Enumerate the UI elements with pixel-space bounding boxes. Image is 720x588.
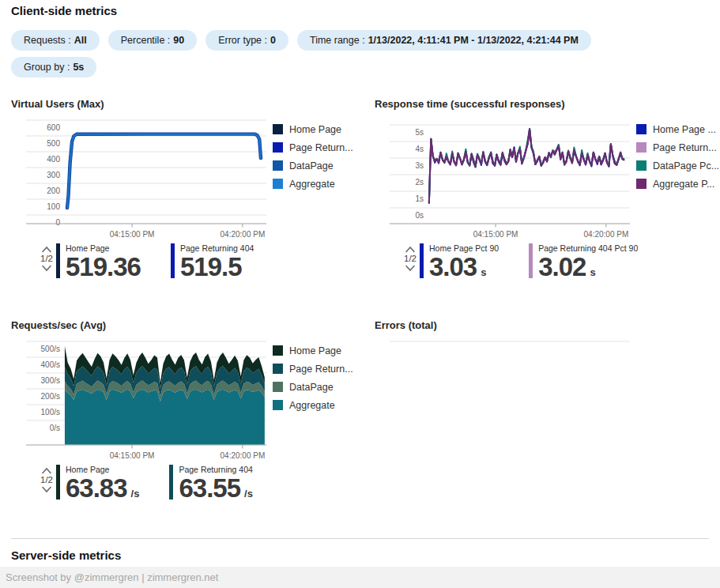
legend-item-home-page[interactable]: Home Page ... xyxy=(636,120,719,138)
legend-item-aggregate-p[interactable]: Aggregate P... xyxy=(636,175,719,193)
watermark-text: Screenshot by @zimmergren | zimmergren.n… xyxy=(6,571,218,583)
pager-down-button[interactable] xyxy=(40,264,53,273)
metric-text: Home Page519.36 xyxy=(66,243,141,280)
page-return-swatch-icon xyxy=(273,364,283,374)
legend-item-page-return[interactable]: Page Return... xyxy=(273,360,353,378)
metric-number: 3.03 xyxy=(429,252,477,281)
metric-value: 3.03s xyxy=(429,254,499,285)
panel-response-time: Response time (successful responses)5s4s… xyxy=(375,98,720,300)
up-chevron-icon xyxy=(405,246,416,253)
x-axis-label: 04:20:00 PM xyxy=(221,230,266,239)
up-chevron-icon xyxy=(41,467,52,474)
legend-label: Page Return... xyxy=(653,142,717,153)
legend-item-aggregate[interactable]: Aggregate xyxy=(273,396,353,414)
x-axis-label: 04:20:00 PM xyxy=(221,451,266,460)
metric-number: 3.02 xyxy=(538,252,586,281)
y-axis-label: 0 xyxy=(55,218,60,227)
metric-text: Home Page63.83/s xyxy=(66,465,139,507)
metric-text: Page Returning 404519.5 xyxy=(180,243,254,280)
y-axis-label: 400 xyxy=(47,155,60,164)
section-divider xyxy=(11,538,709,539)
down-chevron-icon xyxy=(405,265,416,272)
legend-item-aggregate[interactable]: Aggregate xyxy=(273,175,353,193)
filter-pills: Requests : AllPercentile : 90Error type … xyxy=(11,30,711,84)
y-axis-label: 5s xyxy=(415,128,424,137)
response-time-legend: Home Page ...Page Return...DataPage Pc..… xyxy=(636,120,719,193)
y-axis-label: 100 xyxy=(47,202,60,211)
aggregate-swatch-icon xyxy=(273,400,283,410)
series-home-page-pct-90 xyxy=(429,129,624,204)
pager-down-button[interactable] xyxy=(404,264,417,273)
datapage-swatch-icon xyxy=(273,160,283,171)
y-axis-label: 300 xyxy=(47,171,60,179)
filter-pill-label: Percentile : xyxy=(121,35,171,46)
legend-item-page-return[interactable]: Page Return... xyxy=(273,138,353,156)
filter-pill-time-range[interactable]: Time range : 1/13/2022, 4:11:41 PM - 1/1… xyxy=(297,30,591,51)
aggregate-p-swatch-icon xyxy=(636,179,646,189)
datapage-pc-swatch-icon xyxy=(636,160,646,171)
filter-pill-row: Requests : AllPercentile : 90Error type … xyxy=(11,30,711,51)
metric-color-bar xyxy=(420,243,424,278)
metrics-pager: 1/2 xyxy=(401,245,419,273)
requests-per-sec-chart: 500/s400/s300/s200/s100/s0/s04:15:00 PM0… xyxy=(26,338,266,463)
metric-number: 63.55 xyxy=(179,473,240,503)
page-return-swatch-icon xyxy=(273,142,283,153)
filter-pill-percentile[interactable]: Percentile : 90 xyxy=(108,30,197,51)
pager-up-button[interactable] xyxy=(404,245,417,254)
filter-pill-requests[interactable]: Requests : All xyxy=(11,30,100,51)
filter-pill-value: 5s xyxy=(73,62,84,73)
y-axis-label: 200 xyxy=(47,187,60,195)
legend-label: Home Page xyxy=(289,124,341,135)
filter-pill-error-type[interactable]: Error type : 0 xyxy=(205,30,288,51)
legend-item-home-page[interactable]: Home Page xyxy=(273,341,353,360)
watermark-footer: Screenshot by @zimmergren | zimmergren.n… xyxy=(0,567,720,588)
panel-virtual-users: Virtual Users (Max)600500400300200100004… xyxy=(11,98,364,300)
legend-item-page-return[interactable]: Page Return... xyxy=(636,138,719,156)
series-aggregate xyxy=(67,134,261,208)
metric-value: 63.83/s xyxy=(66,475,139,507)
series-aggregate-pct-90 xyxy=(429,129,624,202)
metric-page-returning-404-pct-90: Page Returning 404 Pct 903.02s xyxy=(529,243,638,285)
metric-value: 3.02s xyxy=(538,254,638,285)
metric-value: 519.36 xyxy=(66,254,141,280)
metric-page-returning-404: Page Returning 404519.5 xyxy=(171,243,254,280)
filter-pill-row: Group by : 5s xyxy=(11,57,711,77)
metric-value: 63.55/s xyxy=(179,475,252,507)
series-page-returning-404 xyxy=(67,134,261,208)
home-page-swatch-icon xyxy=(273,124,283,134)
legend-item-datapage[interactable]: DataPage xyxy=(273,156,353,175)
metric-color-bar xyxy=(56,465,60,499)
filter-pill-label: Error type : xyxy=(218,35,267,46)
x-axis-label: 04:20:00 PM xyxy=(584,230,629,239)
y-axis-label: 3s xyxy=(415,161,424,170)
metric-number: 519.5 xyxy=(180,252,242,281)
y-axis-label: 500 xyxy=(47,139,60,148)
legend-label: Page Return... xyxy=(289,142,353,153)
filter-pill-group-by[interactable]: Group by : 5s xyxy=(11,57,96,77)
area-aggregate xyxy=(65,390,265,445)
filter-pill-label: Time range : xyxy=(310,35,365,46)
virtual-users-title: Virtual Users (Max) xyxy=(11,98,104,110)
pager-up-button[interactable] xyxy=(40,466,53,475)
home-page-swatch-icon xyxy=(636,124,646,134)
pager-down-button[interactable] xyxy=(40,485,53,494)
pager-up-button[interactable] xyxy=(40,245,53,254)
x-axis-label: 04:15:00 PM xyxy=(110,230,155,239)
metric-color-bar xyxy=(169,465,173,499)
requests-per-sec-legend: Home PagePage Return...DataPageAggregate xyxy=(273,341,353,414)
filter-pill-value: 0 xyxy=(270,35,276,46)
legend-item-home-page[interactable]: Home Page xyxy=(273,120,353,138)
metric-home-page: Home Page63.83/s xyxy=(56,465,139,507)
filter-pill-label: Group by : xyxy=(24,62,70,73)
metrics-pager: 1/2 xyxy=(38,245,55,273)
home-page-swatch-icon xyxy=(273,345,283,356)
legend-item-datapage-pc[interactable]: DataPage Pc... xyxy=(636,156,719,175)
legend-label: Aggregate xyxy=(289,400,335,411)
response-time-metrics: 1/2Home Page Pct 903.03sPage Returning 4… xyxy=(401,243,638,285)
legend-item-datapage[interactable]: DataPage xyxy=(273,378,353,396)
legend-label: Home Page xyxy=(289,345,341,356)
legend-label: Page Return... xyxy=(289,364,353,375)
metric-home-page-pct-90: Home Page Pct 903.03s xyxy=(420,243,499,285)
y-axis-label: 200/s xyxy=(41,392,60,401)
legend-label: DataPage xyxy=(289,160,334,172)
